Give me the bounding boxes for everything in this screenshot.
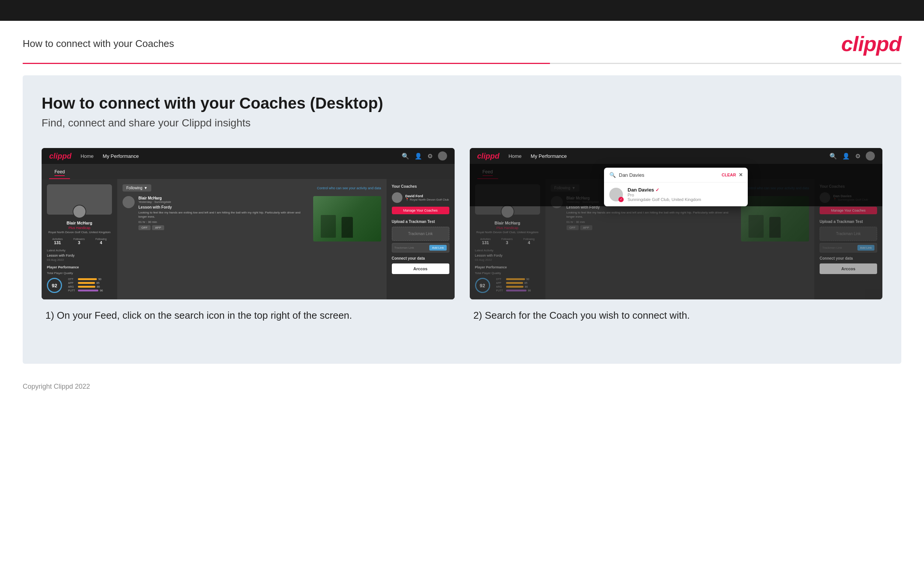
mock-right-panel-1: Your Coaches David Ford Royal North Devo… bbox=[387, 179, 455, 299]
mock-off-btn[interactable]: OFF bbox=[138, 225, 150, 230]
step-2-description: 2) Search for the Coach you wish to conn… bbox=[470, 308, 883, 322]
mock-result-role: Pro bbox=[628, 193, 701, 197]
mock-post-avatar bbox=[123, 196, 135, 208]
mock-stat-following: Following 4 bbox=[95, 238, 107, 245]
main-content: How to connect with your Coaches (Deskto… bbox=[23, 75, 901, 364]
mock-post-text: Looking to feel like my hands are exitin… bbox=[138, 211, 309, 219]
mock-nav-icons-2: 🔍 👤 ⚙ bbox=[829, 151, 875, 161]
mock-post-image bbox=[313, 196, 381, 242]
header-divider bbox=[23, 63, 901, 64]
mock-result-avatar bbox=[609, 188, 623, 201]
mock-tab-bar-1: Feed bbox=[42, 164, 455, 179]
step-2-number: 2) bbox=[474, 310, 482, 321]
mock-post-duration: 01 hr : 30 min bbox=[138, 220, 309, 224]
mock-search-query[interactable]: Dan Davies bbox=[619, 172, 718, 178]
mock-tab-feed[interactable]: Feed bbox=[49, 167, 70, 179]
mock-bar-arg: ARG 86 bbox=[68, 286, 103, 288]
mock-search-overlay: 🔍 Dan Davies CLEAR × Dan Davies ✓ bbox=[470, 164, 883, 206]
header: How to connect with your Coaches clippd bbox=[0, 21, 924, 63]
mock-user-avatar-2 bbox=[501, 205, 515, 218]
mock-stats-row-2: Activities 131 Followers 3 Following 4 bbox=[475, 238, 540, 245]
mock-nav-home-2: Home bbox=[508, 153, 521, 159]
main-heading: How to connect with your Coaches (Deskto… bbox=[42, 94, 882, 112]
main-subheading: Find, connect and share your Clippd insi… bbox=[42, 117, 882, 129]
mock-following-btn[interactable]: Following ▼ bbox=[123, 184, 151, 192]
mock-stat-followers-2: Followers 3 bbox=[502, 238, 513, 245]
mock-bar-arg-fill-2 bbox=[506, 286, 523, 288]
mock-coach-avatar bbox=[392, 192, 403, 203]
mock-arccos-box: Arccos bbox=[392, 263, 449, 274]
screenshot-1: clippd Home My Performance 🔍 👤 ⚙ Feed bbox=[42, 148, 455, 299]
mock-middle-panel-1: Following ▼ Control who can see your act… bbox=[117, 179, 387, 299]
mock-trackman-input-text: Trackman Link bbox=[395, 246, 414, 250]
mock-performance-subtitle-2: Total Player Quality bbox=[475, 271, 540, 275]
mock-latest-lesson: Lesson with Fordy bbox=[47, 253, 112, 257]
mock-stat-activities-value: 131 bbox=[52, 240, 63, 245]
search-icon-overlay: 🔍 bbox=[609, 172, 616, 178]
mock-coach-name: David Ford bbox=[405, 194, 449, 198]
avatar-icon-2[interactable] bbox=[866, 151, 875, 161]
mock-left-panel-1: Blair McHarg Plus Handicap Royal North D… bbox=[42, 179, 117, 299]
mock-bars-2: OTT 90 APP 85 ARG bbox=[496, 278, 531, 292]
mock-result-name: Dan Davies ✓ bbox=[628, 187, 701, 193]
mock-logo-1: clippd bbox=[49, 152, 71, 161]
mock-stat-following-2: Following 4 bbox=[523, 238, 535, 245]
mock-stat-followers: Followers 3 bbox=[73, 238, 85, 245]
mock-btn-group-2: OFF APP bbox=[566, 225, 738, 230]
mock-coach-item: David Ford Royal North Devon Golf Club bbox=[392, 192, 449, 203]
mock-manage-btn[interactable]: Manage Your Coaches bbox=[392, 207, 449, 214]
settings-icon[interactable]: ⚙ bbox=[427, 153, 433, 160]
mock-trackman-input: Trackman Link Add Link bbox=[392, 243, 449, 252]
mock-bar-ott-fill bbox=[78, 278, 97, 280]
page-title: How to connect with your Coaches bbox=[23, 38, 174, 50]
user-icon-2[interactable]: 👤 bbox=[842, 153, 850, 160]
avatar-icon[interactable] bbox=[438, 151, 447, 161]
mock-arccos-box-2: Arccos bbox=[820, 263, 877, 274]
mock-upload-title: Upload a Trackman Test bbox=[392, 219, 449, 224]
mock-performance-area-2: 92 OTT 90 APP 85 bbox=[475, 278, 540, 293]
settings-icon-2[interactable]: ⚙ bbox=[855, 153, 861, 160]
mock-app-btn[interactable]: APP bbox=[152, 225, 164, 230]
mock-post-sub: Yesterday · Sunningdale bbox=[138, 200, 309, 204]
mock-search-header: 🔍 Dan Davies CLEAR × bbox=[604, 168, 748, 182]
mock-trackman-box: Trackman Link bbox=[392, 227, 449, 241]
mock-stat-activities-2: Activities 131 bbox=[481, 238, 491, 245]
search-icon-2[interactable]: 🔍 bbox=[829, 153, 837, 160]
user-icon[interactable]: 👤 bbox=[414, 153, 422, 160]
mock-stat-activities-label: Activities bbox=[52, 238, 63, 240]
mock-app-btn-2: APP bbox=[580, 225, 592, 230]
mock-performance-title: Player Performance bbox=[47, 265, 112, 269]
mock-stat-activities: Activities 131 bbox=[52, 238, 63, 245]
mock-user-club-2: Royal North Devon Golf Club, United King… bbox=[475, 231, 540, 234]
mock-connect-title-2: Connect your data bbox=[820, 256, 877, 260]
mock-latest-date: 03 Aug 2022 bbox=[47, 258, 112, 261]
logo: clippd bbox=[841, 31, 901, 56]
mock-nav-performance-2: My Performance bbox=[531, 153, 566, 159]
mock-user-club: Royal North Devon Golf Club, United King… bbox=[47, 231, 112, 234]
mock-nav-performance: My Performance bbox=[103, 153, 139, 159]
mock-trackman-input-text-2: Trackman Link bbox=[822, 246, 842, 250]
mock-post-text-2: Looking to feel like my hands are exitin… bbox=[566, 211, 738, 219]
mock-clear-btn[interactable]: CLEAR bbox=[722, 173, 736, 177]
mock-upload-title-2: Upload a Trackman Test bbox=[820, 219, 877, 224]
mock-close-btn[interactable]: × bbox=[739, 172, 743, 178]
mock-add-link-btn[interactable]: Add Link bbox=[429, 245, 446, 250]
mock-stat-followers-value: 3 bbox=[73, 240, 85, 245]
mock-cover-photo bbox=[47, 184, 112, 214]
mock-user-name: Blair McHarg bbox=[47, 221, 112, 225]
screenshot-1-container: clippd Home My Performance 🔍 👤 ⚙ Feed bbox=[42, 148, 455, 322]
mock-control-link[interactable]: Control who can see your activity and da… bbox=[317, 186, 381, 190]
mock-stat-following-label: Following bbox=[95, 238, 107, 240]
mock-nav-icons: 🔍 👤 ⚙ bbox=[402, 151, 447, 161]
mock-manage-btn-2: Manage Your Coaches bbox=[820, 207, 877, 214]
search-icon[interactable]: 🔍 bbox=[402, 153, 409, 160]
mock-bar-putt: PUTT 96 bbox=[68, 289, 103, 292]
mock-score-circle-2: 92 bbox=[475, 278, 490, 293]
mock-performance-area: 92 OTT 90 APP 85 bbox=[47, 278, 112, 293]
step-2-text: 2) Search for the Coach you wish to conn… bbox=[474, 308, 879, 322]
mock-bar-app-2: APP 85 bbox=[496, 282, 531, 284]
mock-bar-putt-2: PUTT 96 bbox=[496, 289, 531, 292]
golfer-figure bbox=[341, 217, 353, 238]
tab-indicator bbox=[55, 175, 65, 176]
mock-following-row: Following ▼ Control who can see your act… bbox=[123, 184, 381, 192]
